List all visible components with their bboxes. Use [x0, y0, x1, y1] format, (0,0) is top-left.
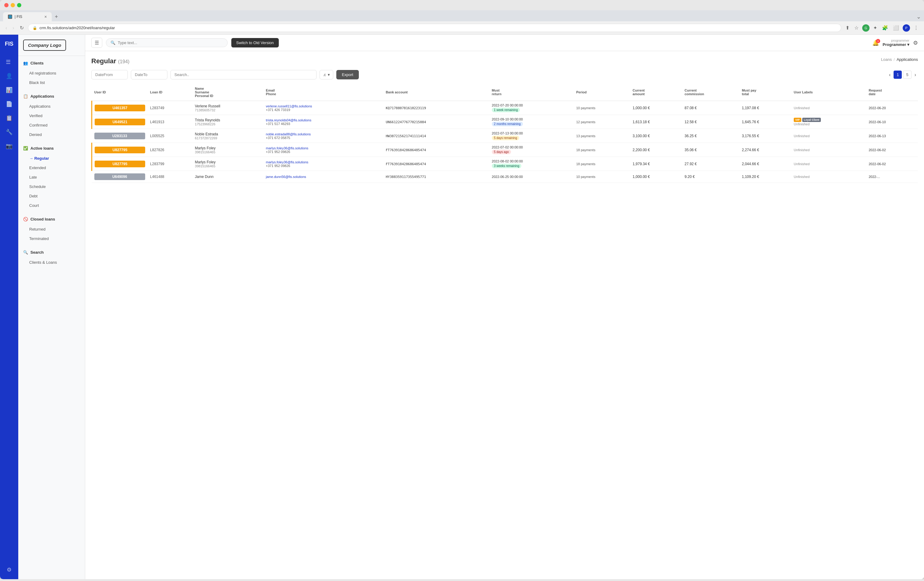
loan-id-cell[interactable]: L461488 [148, 171, 192, 183]
request-date-cell[interactable]: 2022-06-20 [866, 101, 918, 115]
sidebar-item-black-list[interactable]: Black list [18, 78, 85, 87]
commission-cell[interactable]: 27.92 € [682, 157, 739, 171]
search-box[interactable]: 🔍 [106, 38, 228, 47]
loan-id-cell[interactable]: L827826 [148, 143, 192, 157]
contact-cell[interactable]: trista.reynolds04@fis.solutions +371 517… [264, 115, 383, 129]
sidebar-item-all-registrations[interactable]: All registrations [18, 68, 85, 78]
loan-id-cell[interactable]: L005525 [148, 129, 192, 143]
must-pay-cell[interactable]: 2,044.66 € [739, 157, 791, 171]
loan-id-cell[interactable]: L283749 [148, 101, 192, 115]
contact-cell[interactable]: marlys.foley36@fis.solutions +371 952 09… [264, 157, 383, 171]
nav-icon-document[interactable]: 📄 [3, 98, 15, 110]
address-bar[interactable]: 🔒 crm.fis.solutions/adm2020net/loans/reg… [28, 24, 841, 32]
table-row[interactable]: U827795 L283799 Marlys Foley 39815166465… [92, 157, 918, 171]
labels-cell[interactable]: Unfinished [791, 129, 866, 143]
contact-cell[interactable]: jame.dunn56@fis.solutions [264, 171, 383, 183]
contact-cell[interactable]: noble.estrada88@fis.solutions +371 672 0… [264, 129, 383, 143]
sidebar-item-late[interactable]: Late [18, 173, 85, 182]
minimize-traffic-light[interactable] [11, 3, 15, 7]
share-icon[interactable]: ⬆ [844, 24, 851, 32]
table-row[interactable]: U649521 L461913 Trista Reynolds 17523968… [92, 115, 918, 129]
settings-button[interactable]: ⚙ [913, 40, 918, 46]
new-tab-button[interactable]: + [52, 13, 61, 21]
table-row[interactable]: U283133 L005525 Noble Estrada 6173728722… [92, 129, 918, 143]
extension-icon-1[interactable]: G [862, 24, 870, 31]
sidebar-item-schedule[interactable]: Schedule [18, 182, 85, 191]
must-return-cell[interactable]: 2022-06-25 00:00:00 [489, 171, 574, 183]
nav-icon-wrench[interactable]: 🔧 [3, 126, 15, 138]
sidebar-active-loans-title[interactable]: ✅ Active loans [18, 143, 85, 154]
sidebar-item-court[interactable]: Court [18, 201, 85, 210]
must-pay-cell[interactable]: 2,274.66 € [739, 143, 791, 157]
nav-icon-settings[interactable]: ⚙ [4, 563, 15, 576]
current-amount-cell[interactable]: 1,000.00 € [630, 101, 682, 115]
name-cell[interactable]: Marlys Foley 39815166465 [192, 143, 263, 157]
request-date-cell[interactable]: 2022-06-02 [866, 157, 918, 171]
nav-icon-clipboard[interactable]: 📋 [3, 112, 15, 124]
hamburger-button[interactable]: ☰ [91, 38, 102, 48]
sidebar-item-applications[interactable]: Applications [18, 102, 85, 111]
period-cell[interactable]: 18 payments [574, 143, 630, 157]
extension-icon-3[interactable]: 🧩 [881, 24, 889, 32]
user-id-cell[interactable]: U283133 [92, 129, 148, 143]
refresh-button[interactable]: ↻ [18, 24, 25, 32]
bank-account-cell[interactable]: FT763918428686485474 [383, 157, 489, 171]
toggle-sidebar-icon[interactable]: ⬜ [892, 24, 900, 32]
table-row[interactable]: U461357 L283749 Verlene Russell 71385605… [92, 101, 918, 115]
date-to-input[interactable] [131, 70, 167, 79]
bank-account-cell[interactable]: UN661224776770215084 [383, 115, 489, 129]
must-return-cell[interactable]: 2022-07-13 00:00:00 5 days remaining [489, 129, 574, 143]
commission-cell[interactable]: 36.25 € [682, 129, 739, 143]
page-1-button[interactable]: 1 [894, 71, 902, 79]
request-date-cell[interactable]: 2022-... [866, 171, 918, 183]
must-pay-cell[interactable]: 1,109.20 € [739, 171, 791, 183]
request-date-cell[interactable]: 2022-06-02 [866, 143, 918, 157]
name-cell[interactable]: Noble Estrada 617372872269 [192, 129, 263, 143]
period-cell[interactable]: 10 payments [574, 171, 630, 183]
sidebar-item-debt[interactable]: Debt [18, 191, 85, 201]
sidebar-clients-title[interactable]: 👥 Clients [18, 58, 85, 68]
table-row[interactable]: U827795 L827826 Marlys Foley 39815166465… [92, 143, 918, 157]
commission-cell[interactable]: 12.58 € [682, 115, 739, 129]
browser-menu-icon[interactable]: ⋮ [912, 24, 920, 32]
current-amount-cell[interactable]: 1,613.18 € [630, 115, 682, 129]
bank-account-cell[interactable]: KQ717880781610223119 [383, 101, 489, 115]
close-traffic-light[interactable] [4, 3, 8, 7]
user-id-cell[interactable]: U649096 [92, 171, 148, 183]
forward-button[interactable]: › [11, 24, 15, 32]
sidebar-item-confirmed[interactable]: Confirmed [18, 120, 85, 130]
current-amount-cell[interactable]: 2,200.00 € [630, 143, 682, 157]
loan-id-cell[interactable]: L283799 [148, 157, 192, 171]
commission-cell[interactable]: 35.06 € [682, 143, 739, 157]
request-date-cell[interactable]: 2022-06-13 [866, 129, 918, 143]
sidebar-applications-title[interactable]: 📋 Applications [18, 91, 85, 102]
filter-select[interactable]: .c ▾ [320, 70, 333, 79]
search-input[interactable] [118, 40, 223, 45]
sidebar-item-verified[interactable]: Verified [18, 111, 85, 120]
nav-icon-camera[interactable]: 📷 [3, 140, 15, 152]
sidebar-item-terminated[interactable]: Terminated [18, 234, 85, 244]
export-button[interactable]: Export [336, 70, 359, 79]
user-id-cell[interactable]: U827795 [92, 143, 148, 157]
current-amount-cell[interactable]: 1,979.34 € [630, 157, 682, 171]
sidebar-search-title[interactable]: 🔍 Search [18, 247, 85, 258]
bank-account-cell[interactable]: HY388359117355495771 [383, 171, 489, 183]
maximize-traffic-light[interactable] [17, 3, 21, 7]
name-cell[interactable]: Trista Reynolds 17523968226 [192, 115, 263, 129]
period-cell[interactable]: 12 payments [574, 115, 630, 129]
must-return-cell[interactable]: 2022-08-02 00:00:00 3 weeks remaining [489, 157, 574, 171]
bank-account-cell[interactable]: FT763918428686485474 [383, 143, 489, 157]
name-cell[interactable]: Marlys Foley 39815166465 [192, 157, 263, 171]
request-date-cell[interactable]: 2022-06-10 [866, 115, 918, 129]
period-cell[interactable]: 13 payments [574, 129, 630, 143]
user-id-cell[interactable]: U827795 [92, 157, 148, 171]
user-info[interactable]: programmer Programmer ▾ [883, 39, 909, 47]
sidebar-item-extended[interactable]: Extended [18, 163, 85, 173]
bank-account-cell[interactable]: HW387215621741111414 [383, 129, 489, 143]
window-menu-icon[interactable]: ⌄ [916, 13, 921, 20]
must-return-cell[interactable]: 2022-07-20 00:00:00 1 week remaining [489, 101, 574, 115]
nav-icon-list[interactable]: ☰ [3, 56, 15, 68]
commission-cell[interactable]: 9.20 € [682, 171, 739, 183]
date-from-input[interactable] [91, 70, 128, 79]
loan-id-cell[interactable]: L461913 [148, 115, 192, 129]
